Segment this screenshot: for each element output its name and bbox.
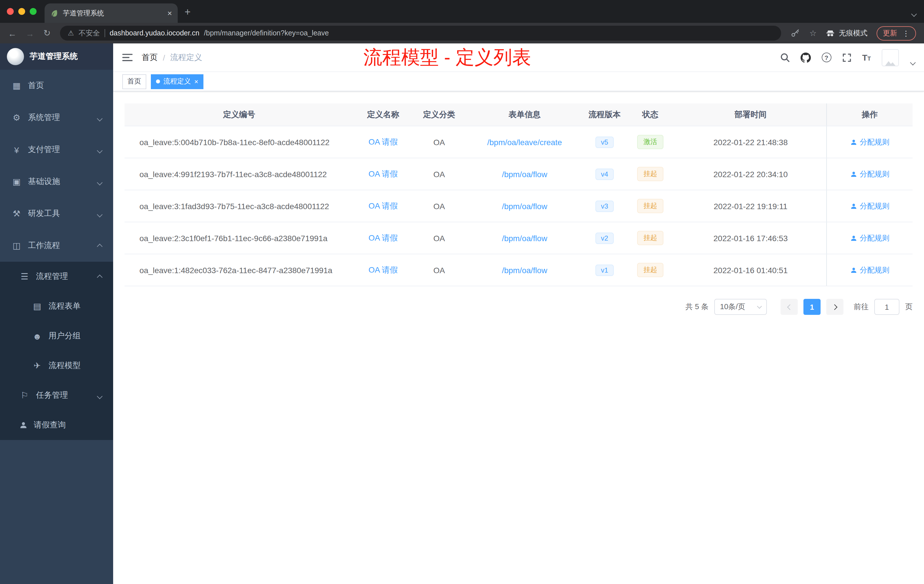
- maximize-window-button[interactable]: [30, 8, 36, 15]
- user-avatar[interactable]: [882, 49, 899, 66]
- chevron-down-icon: [757, 304, 762, 308]
- form-link[interactable]: /bpm/oa/flow: [502, 170, 548, 178]
- col-definition-category: 定义分类: [412, 104, 466, 126]
- tag-process-definition[interactable]: 流程定义 ×: [151, 74, 203, 89]
- definition-name-link[interactable]: OA 请假: [369, 201, 398, 211]
- tag-label: 首页: [127, 77, 141, 86]
- col-deploy-time: 部署时间: [675, 104, 826, 126]
- browser-tab[interactable]: 芋道管理系统 ×: [45, 3, 178, 23]
- col-form-info: 表单信息: [466, 104, 583, 126]
- tab-search-icon[interactable]: [912, 8, 916, 18]
- form-link[interactable]: /bpm/oa/flow: [502, 201, 548, 211]
- assign-rule-link[interactable]: 分配规则: [850, 137, 889, 147]
- form-link[interactable]: /bpm/oa/flow: [502, 233, 548, 243]
- assign-rule-link[interactable]: 分配规则: [850, 233, 889, 243]
- status-badge: 挂起: [637, 263, 663, 277]
- person-icon: [850, 171, 857, 177]
- sidebar-item-process-management[interactable]: ☰ 流程管理: [0, 262, 113, 292]
- close-window-button[interactable]: [7, 8, 14, 15]
- cell-form-info: /bpm/oa/flow: [466, 222, 583, 254]
- cell-category: OA: [412, 222, 466, 254]
- table-row: oa_leave:3:1fad3d93-7b75-11ec-a3c8-acde4…: [125, 190, 912, 222]
- cell-form-info: /bpm/oa/flow: [466, 254, 583, 286]
- search-icon[interactable]: [780, 53, 789, 62]
- tag-label: 流程定义: [163, 77, 191, 86]
- sidebar-item-workflow[interactable]: ◫ 工作流程: [0, 230, 113, 262]
- incognito-badge: 无痕模式: [826, 28, 868, 38]
- bookmark-star-icon[interactable]: ☆: [809, 28, 817, 38]
- tag-close-icon[interactable]: ×: [194, 78, 198, 86]
- form-link[interactable]: /bpm/oa/flow: [502, 266, 548, 275]
- back-icon[interactable]: ←: [8, 28, 16, 38]
- workflow-icon: ◫: [12, 241, 22, 251]
- current-page-button[interactable]: 1: [804, 299, 820, 315]
- reload-icon[interactable]: ↻: [43, 28, 51, 38]
- sidebar-item-leave-query[interactable]: 请假查询: [0, 410, 113, 440]
- assign-rule-link[interactable]: 分配规则: [850, 265, 889, 275]
- key-icon[interactable]: [790, 28, 800, 38]
- cell-status: 挂起: [626, 222, 675, 254]
- chevron-down-icon: [98, 177, 102, 186]
- workflow-submenu: ☰ 流程管理 ▤ 流程表单 ☻ 用户分组 ✈ 流程模型 ⚐: [0, 262, 113, 440]
- page-size-select[interactable]: 10条/页: [714, 299, 767, 315]
- font-size-icon[interactable]: TT: [862, 53, 871, 62]
- goto-page-input[interactable]: 1: [874, 299, 899, 315]
- browser-menu-icon[interactable]: ⋮: [902, 29, 910, 38]
- tab-close-icon[interactable]: ×: [167, 8, 172, 18]
- sidebar-item-system[interactable]: ⚙ 系统管理: [0, 102, 113, 134]
- list-icon: ☰: [20, 271, 30, 282]
- browser-update-button[interactable]: 更新 ⋮: [876, 26, 916, 40]
- sidebar-item-process-form[interactable]: ▤ 流程表单: [0, 292, 113, 321]
- definition-name-link[interactable]: OA 请假: [369, 137, 398, 147]
- definition-name-link[interactable]: OA 请假: [369, 169, 398, 179]
- cell-status: 挂起: [626, 158, 675, 190]
- cell-definition-name: OA 请假: [354, 126, 412, 158]
- cell-actions: 分配规则: [826, 254, 912, 286]
- tools-icon: ⚒: [12, 209, 22, 219]
- new-tab-button[interactable]: +: [185, 6, 191, 18]
- cell-definition-name: OA 请假: [354, 158, 412, 190]
- sidebar-item-devtools[interactable]: ⚒ 研发工具: [0, 198, 113, 230]
- assign-rule-label: 分配规则: [860, 137, 889, 147]
- sidebar-collapse-icon[interactable]: [122, 53, 132, 62]
- app-logo[interactable]: 芋道管理系统: [0, 43, 113, 70]
- tag-home[interactable]: 首页: [122, 74, 146, 89]
- sidebar-item-home[interactable]: ▦ 首页: [0, 70, 113, 102]
- cell-category: OA: [412, 190, 466, 222]
- navbar-icons: ? TT: [780, 48, 915, 66]
- minimize-window-button[interactable]: [18, 8, 25, 15]
- col-status: 状态: [626, 104, 675, 126]
- incognito-icon: [826, 28, 835, 38]
- avatar-dropdown-caret-icon[interactable]: [911, 56, 915, 66]
- app-logo-avatar: [7, 48, 24, 65]
- version-badge: v2: [595, 232, 614, 244]
- form-link[interactable]: /bpm/oa/leave/create: [487, 137, 562, 147]
- help-icon[interactable]: ?: [822, 53, 831, 62]
- favicon-icon: [50, 9, 58, 17]
- cell-definition-id: oa_leave:4:991f2193-7b7f-11ec-a3c8-acde4…: [125, 158, 354, 190]
- sidebar-item-infrastructure[interactable]: ▣ 基础设施: [0, 166, 113, 198]
- forward-icon[interactable]: →: [26, 28, 34, 38]
- address-bar[interactable]: ⚠ 不安全 dashboard.yudao.iocoder.cn/bpm/man…: [60, 26, 781, 41]
- sidebar-item-task-management[interactable]: ⚐ 任务管理: [0, 381, 113, 410]
- sidebar-item-payment[interactable]: ¥ 支付管理: [0, 134, 113, 166]
- next-page-button[interactable]: [826, 299, 843, 315]
- cell-version: v5: [583, 126, 626, 158]
- sidebar-item-user-group[interactable]: ☻ 用户分组: [0, 321, 113, 351]
- cell-definition-name: OA 请假: [354, 254, 412, 286]
- assign-rule-link[interactable]: 分配规则: [850, 201, 889, 211]
- definition-name-link[interactable]: OA 请假: [369, 265, 398, 275]
- breadcrumb-home[interactable]: 首页: [142, 52, 158, 63]
- assign-rule-link[interactable]: 分配规则: [850, 169, 889, 179]
- prev-page-button[interactable]: [780, 299, 798, 315]
- cell-actions: 分配规则: [826, 126, 912, 158]
- sidebar-item-process-model[interactable]: ✈ 流程模型: [0, 351, 113, 381]
- sidebar-item-label: 首页: [28, 81, 44, 91]
- definition-name-link[interactable]: OA 请假: [369, 233, 398, 243]
- github-icon[interactable]: [800, 52, 810, 63]
- breadcrumb: 首页 / 流程定义: [142, 52, 202, 63]
- cell-actions: 分配规则: [826, 190, 912, 222]
- fullscreen-icon[interactable]: [842, 53, 851, 62]
- tab-title: 芋道管理系统: [63, 8, 163, 18]
- browser-toolbar: ← → ↻ ⚠ 不安全 dashboard.yudao.iocoder.cn/b…: [0, 23, 924, 43]
